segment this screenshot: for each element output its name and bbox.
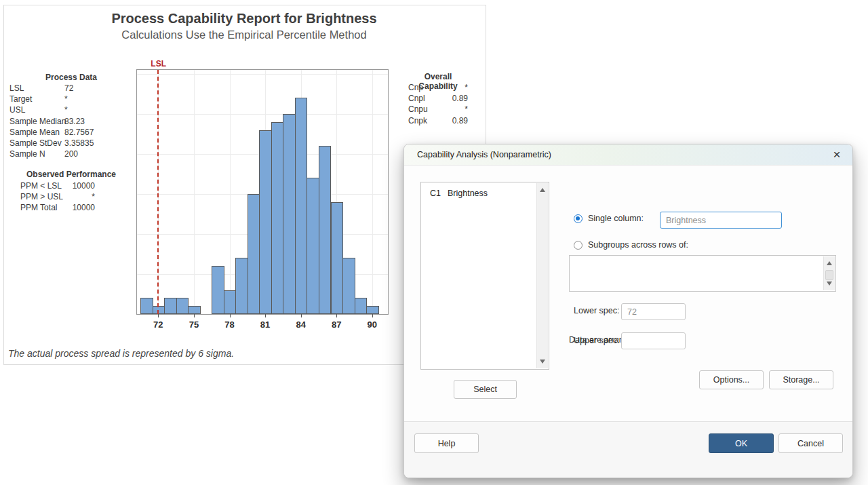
stat-row: PPM < LSL10000 <box>20 180 95 191</box>
single-column-radio[interactable] <box>574 214 583 223</box>
listbox-scrollbar[interactable] <box>536 183 548 368</box>
stat-row: USL* <box>9 104 111 115</box>
single-column-radio-row: Single column: <box>574 214 644 223</box>
histogram-bar <box>331 202 344 314</box>
storage-button[interactable]: Storage... <box>769 370 833 389</box>
stat-row: Cnpu* <box>408 104 468 115</box>
stat-value: * <box>64 104 68 115</box>
subgroups-radio-row: Subgroups across rows of: <box>574 240 688 250</box>
stat-label: USL <box>9 105 25 115</box>
stat-row: Sample Mean82.7567 <box>9 127 111 138</box>
dialog-title: Capability Analysis (Nonparametric) <box>417 144 551 165</box>
x-tick-label: 72 <box>153 319 163 330</box>
scrollbar-thumb[interactable] <box>825 270 833 280</box>
overall-capability-table: Cnp*Cnpl0.89Cnpu*Cnpk0.89 <box>408 82 468 126</box>
column-id: C1 <box>430 189 441 198</box>
stat-row: Cnpk0.89 <box>408 115 468 126</box>
lower-spec-label: Lower spec: <box>574 306 619 315</box>
stat-value: 0.89 <box>452 93 468 104</box>
options-button[interactable]: Options... <box>699 370 764 389</box>
stat-row: Sample N200 <box>9 149 111 159</box>
stat-value: * <box>465 104 468 115</box>
dialog-titlebar[interactable]: Capability Analysis (Nonparametric) × <box>404 144 852 166</box>
histogram-bar <box>319 146 332 314</box>
stat-label: Cnpl <box>408 94 425 103</box>
subgroups-radio[interactable] <box>574 241 583 250</box>
x-tick-mark <box>301 314 302 317</box>
histogram-bar <box>248 194 260 314</box>
help-button[interactable]: Help <box>414 433 479 453</box>
histogram-bar <box>176 298 189 314</box>
histogram-bar <box>307 178 319 314</box>
histogram-plot: LSL 72757881848790 <box>136 69 389 315</box>
scroll-down-icon[interactable] <box>827 282 832 286</box>
stat-value: 200 <box>64 149 78 159</box>
stat-label: Cnp <box>408 83 423 92</box>
observed-performance-table: PPM < LSL10000PPM > USL*PPM Total10000 <box>20 180 95 214</box>
histogram-bar <box>259 130 272 314</box>
stat-label: PPM Total <box>20 203 57 212</box>
single-column-input[interactable] <box>660 212 782 229</box>
stat-label: Sample StDev <box>9 138 62 148</box>
stat-label: Sample Median <box>9 117 66 126</box>
lsl-label: LSL <box>151 59 166 69</box>
screen: Process Capability Report for Brightness… <box>0 0 868 485</box>
report-title: Process Capability Report for Brightness <box>3 11 485 26</box>
column-list-item[interactable]: C1Brightness <box>430 189 488 198</box>
report-subtitle: Calculations Use the Empirical Percentil… <box>3 28 485 41</box>
capability-analysis-dialog: Capability Analysis (Nonparametric) × C1… <box>403 144 853 478</box>
y-gridline <box>137 74 388 75</box>
stat-row: Sample Median83.23 <box>9 116 111 127</box>
select-button[interactable]: Select <box>454 380 517 399</box>
stat-row: Cnpl0.89 <box>408 93 468 104</box>
x-tick-label: 78 <box>224 319 234 330</box>
x-gridline <box>372 70 373 314</box>
histogram-bar <box>140 298 153 314</box>
stat-label: Cnpu <box>408 104 428 114</box>
stat-value: 10000 <box>73 180 95 191</box>
stat-label: PPM > USL <box>20 192 63 201</box>
report-footnote: The actual process spread is represented… <box>8 348 234 359</box>
x-tick-mark <box>372 314 373 317</box>
scroll-down-icon[interactable] <box>540 360 545 364</box>
histogram-bar <box>295 98 308 314</box>
y-gridline <box>137 114 388 115</box>
column-name: Brightness <box>448 189 488 198</box>
columns-listbox[interactable]: C1Brightness <box>420 182 549 370</box>
x-tick-mark <box>230 314 231 317</box>
cancel-button[interactable]: Cancel <box>778 433 843 453</box>
stat-label: LSL <box>9 83 24 93</box>
stat-value: 10000 <box>73 202 95 213</box>
x-tick-label: 75 <box>189 319 199 330</box>
x-tick-label: 81 <box>260 319 270 330</box>
histogram-bar <box>355 298 368 314</box>
observed-performance-title: Observed Performance <box>20 170 122 179</box>
textarea-scrollbar[interactable] <box>823 256 835 290</box>
x-tick-mark <box>194 314 195 317</box>
close-icon[interactable]: × <box>829 146 844 163</box>
stat-row: Target* <box>9 94 111 104</box>
histogram-bar <box>283 114 296 314</box>
stat-row: PPM Total10000 <box>20 202 95 213</box>
histogram-bar <box>366 306 379 314</box>
stat-value: * <box>64 94 68 104</box>
stat-value: 3.35835 <box>64 138 94 149</box>
subgroups-textarea[interactable] <box>569 255 836 292</box>
upper-spec-input[interactable] <box>621 332 686 349</box>
stat-row: Cnp* <box>408 82 468 93</box>
stat-label: Sample N <box>9 149 45 159</box>
histogram-bar <box>164 298 177 314</box>
histogram-bar <box>271 122 284 314</box>
x-tick-mark <box>158 314 159 317</box>
single-column-label: Single column: <box>588 214 644 223</box>
stat-value: 72 <box>64 83 73 94</box>
stat-value: 0.89 <box>452 115 468 126</box>
histogram-bar <box>224 290 237 314</box>
scroll-up-icon[interactable] <box>827 261 832 265</box>
histogram-bar <box>188 306 201 314</box>
ok-button[interactable]: OK <box>709 433 774 453</box>
scroll-up-icon[interactable] <box>540 188 545 192</box>
lower-spec-input[interactable] <box>621 303 686 320</box>
process-data-title: Process Data <box>20 73 122 82</box>
x-gridline <box>230 70 231 314</box>
